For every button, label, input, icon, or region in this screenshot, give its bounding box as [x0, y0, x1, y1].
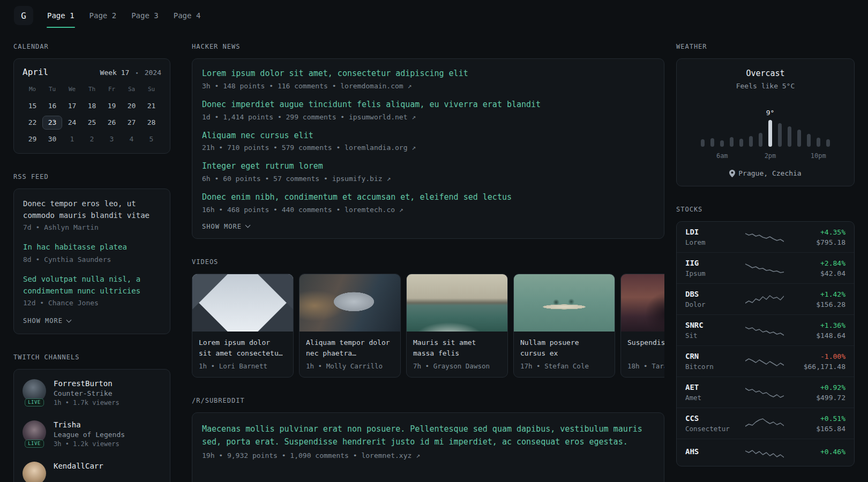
calendar-day-header: We [62, 85, 82, 94]
rss-item-link[interactable]: Donec tempor eros leo, ut commodo mauris… [23, 198, 161, 221]
channel-name: Trisha [54, 420, 125, 429]
stock-symbol: CRN [685, 352, 737, 360]
news-item-meta: 21h • 710 points • 579 comments • loreml… [202, 144, 654, 152]
rss-item-link[interactable]: In hac habitasse platea [23, 242, 161, 253]
stock-price: $66,171.48 [792, 363, 845, 371]
news-item-stats: 6h • 60 points • 57 comments • [202, 175, 332, 183]
calendar-month-label: April [23, 67, 48, 77]
stock-row[interactable]: IIG Ipsum +2.84% $42.04 [677, 252, 854, 283]
rss-feed-card: Donec tempor eros leo, ut commodo mauris… [13, 189, 170, 334]
news-item-link[interactable]: Aliquam nec cursus elit [202, 130, 654, 142]
stock-row[interactable]: CCS Consectetur +0.51% $165.84 [677, 408, 854, 439]
stock-values: +2.84% $42.04 [792, 259, 845, 277]
stock-sparkline [737, 323, 792, 338]
hacker-news-widget-title: HACKER NEWS [192, 43, 664, 50]
channel-name: ForrestBurton [54, 379, 119, 388]
rss-item-link[interactable]: Sed volutpat nulla nisl, a condimentum n… [23, 274, 161, 297]
calendar-day: 2 [82, 132, 102, 146]
weather-hour-bar [710, 138, 714, 147]
stock-row[interactable]: LDI Lorem +4.35% $795.18 [677, 222, 854, 252]
tab-page-4[interactable]: Page 4 [166, 0, 208, 31]
stock-symbol: AET [685, 383, 737, 391]
chevron-down-icon [245, 223, 251, 228]
hacker-news-card: Lorem ipsum dolor sit amet, consectetur … [192, 58, 664, 239]
news-item-link[interactable]: Donec enim nibh, condimentum et accumsan… [202, 192, 654, 204]
chevron-down-icon [66, 317, 72, 322]
videos-widget-title: VIDEOS [192, 258, 664, 266]
video-info: Suspendisse diam 18h • Tara [621, 332, 664, 377]
weather-hour-bar [826, 139, 830, 147]
hacker-news-show-more-button[interactable]: SHOW MORE [202, 223, 250, 230]
stock-name: Amet [685, 394, 737, 402]
video-card[interactable]: Suspendisse diam 18h • Tara [620, 274, 664, 378]
rss-show-more-button[interactable]: SHOW MORE [23, 317, 71, 325]
video-card[interactable]: Nullam posuere cursus ex 17h • Stefan Co… [513, 274, 615, 378]
stocks-widget: STOCKS LDI Lorem +4.35% $795.18 IIG [676, 206, 855, 466]
calendar-day: 25 [82, 116, 102, 130]
news-item-link[interactable]: Lorem ipsum dolor sit amet, consectetur … [202, 68, 654, 80]
news-item-meta: 16h • 468 points • 440 comments • loremt… [202, 206, 654, 214]
weather-hour-bar [778, 123, 782, 147]
stock-symbol: CCS [685, 414, 737, 423]
calendar-day: 4 [122, 132, 141, 146]
calendar-day-header: Mo [23, 85, 42, 94]
weather-hourly-chart: 9° [685, 108, 845, 147]
calendar-day-header: Su [141, 85, 161, 94]
video-card[interactable]: Aliquam tempor dolor nec phaetra… 1h • M… [299, 274, 401, 378]
video-card[interactable]: Mauris sit amet massa felis 7h • Grayson… [406, 274, 508, 378]
twitch-channel-info: ForrestBurton Counter-Strike 1h • 1.7k v… [54, 379, 119, 406]
stock-values: -1.00% $66,171.48 [792, 352, 845, 371]
news-item-domain-link[interactable]: loremlandia.org ↗ [345, 144, 416, 152]
stock-name: Lorem [685, 238, 737, 246]
time-label: 2pm [765, 152, 776, 160]
stock-row[interactable]: DBS Dolor +1.42% $156.28 [677, 283, 854, 314]
tab-page-3[interactable]: Page 3 [124, 0, 166, 31]
calendar-day: 3 [102, 132, 122, 146]
calendar-year-label: 2024 [145, 69, 161, 77]
post-link[interactable]: Maecenas mollis pulvinar erat non posuer… [202, 423, 654, 448]
news-item-link[interactable]: Integer eget rutrum lorem [202, 161, 654, 172]
calendar-day: 30 [42, 132, 62, 146]
stocks-widget-title: STOCKS [676, 206, 855, 213]
video-card[interactable]: Lorem ipsum dolor sit amet consectetu… 1… [192, 274, 294, 378]
video-thumbnail [514, 274, 615, 332]
weather-widget-title: WEATHER [676, 43, 855, 50]
twitch-channel-row[interactable]: LIVE Trisha League of Legends 3h • 1.2k … [23, 420, 161, 448]
twitch-channel-row[interactable]: LIVE ForrestBurton Counter-Strike 1h • 1… [23, 379, 161, 406]
news-item-meta: 3h • 148 points • 116 comments • loremdo… [202, 82, 654, 90]
news-item-link[interactable]: Donec imperdiet augue tincidunt felis al… [202, 99, 654, 111]
post-domain-link[interactable]: loremnet.xyz ↗ [361, 451, 420, 460]
calendar-week-year: Week 17 • 2024 [100, 69, 161, 77]
rss-feed-widget: RSS FEED Donec tempor eros leo, ut commo… [13, 173, 170, 334]
news-item-domain-link[interactable]: loremdomain.com ↗ [340, 82, 411, 90]
stock-row[interactable]: AHS +0.46% [677, 439, 854, 466]
calendar-day: 21 [141, 99, 161, 113]
video-meta: 1h • Molly Carrillo [306, 362, 394, 370]
twitch-channel-info: KendallCarr [54, 462, 103, 482]
news-item-domain-link[interactable]: loremtech.co ↗ [345, 206, 403, 214]
stock-name: Ipsum [685, 269, 737, 277]
stock-price: $795.18 [792, 238, 845, 246]
tab-page-2[interactable]: Page 2 [82, 0, 124, 31]
twitch-channel-row[interactable]: KendallCarr [23, 462, 161, 482]
video-thumbnail [300, 274, 400, 332]
calendar-card: April Week 17 • 2024 MoTuWeThFrSaSu15161… [13, 58, 170, 154]
rss-item: Sed volutpat nulla nisl, a condimentum n… [23, 274, 161, 307]
videos-widget: VIDEOS Lorem ipsum dolor sit amet consec… [192, 258, 664, 378]
calendar-day-selected: 23 [42, 116, 62, 130]
stock-sparkline [737, 230, 792, 245]
right-column: WEATHER Overcast Feels like 5°C 9° 6am 2… [676, 43, 855, 482]
calendar-day-header: Sa [122, 85, 141, 94]
tab-page-1[interactable]: Page 1 [40, 0, 82, 31]
calendar-widget-title: CALENDAR [13, 43, 170, 50]
rss-item: In hac habitasse platea 8d • Cynthia Sau… [23, 242, 161, 263]
weather-condition: Overcast [685, 69, 845, 78]
stock-row[interactable]: CRN Bitcorn -1.00% $66,171.48 [677, 345, 854, 376]
channel-name: KendallCarr [54, 462, 103, 470]
stock-row[interactable]: SNRC Sit +1.36% $148.64 [677, 314, 854, 345]
news-item-domain-link[interactable]: ipsumworld.net ↗ [349, 113, 416, 121]
dashboard-content: CALENDAR April Week 17 • 2024 MoTuWeThFr… [0, 31, 868, 482]
time-label: 6am [716, 152, 728, 160]
stock-row[interactable]: AET Amet +0.92% $499.72 [677, 376, 854, 408]
news-item-domain-link[interactable]: ipsumify.biz ↗ [332, 175, 391, 183]
